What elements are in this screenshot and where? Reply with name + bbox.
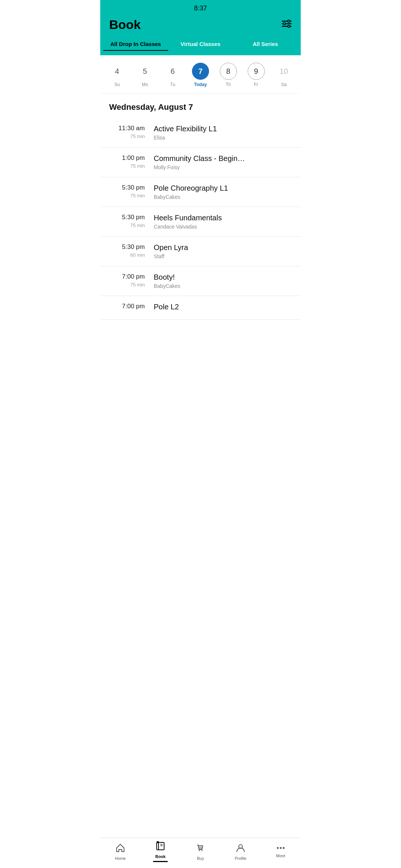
day-item-8[interactable]: 8Th [220,63,237,87]
day-number-5: 5 [136,63,153,80]
class-duration: 75 min [109,163,145,169]
class-time: 5:30 pm [109,214,145,221]
tab-drop-in[interactable]: All Drop In Classes [103,38,168,51]
svg-point-4 [283,23,286,25]
day-item-5[interactable]: 5Mo [136,63,153,87]
class-item[interactable]: 7:00 pmPole L2 [100,296,301,320]
class-time: 5:30 pm [109,184,145,191]
day-number-10: 10 [275,63,292,80]
class-item[interactable]: 7:00 pm75 minBooty!BabyCakes [100,266,301,296]
class-name: Open Lyra [154,243,292,252]
svg-point-3 [288,20,290,22]
class-instructor: BabyCakes [154,283,292,289]
class-time: 5:30 pm [109,243,145,251]
class-instructor: BabyCakes [154,194,292,200]
class-time: 7:00 pm [109,273,145,280]
class-time: 11:30 am [109,125,145,132]
tab-series[interactable]: All Series [233,38,298,51]
day-label-8: Th [226,82,231,87]
day-number-6: 6 [164,63,181,80]
day-label-6: Tu [170,82,175,87]
class-item[interactable]: 11:30 am75 minActive Flexibility L1Elisa [100,118,301,148]
header: Book [100,14,301,38]
day-item-9[interactable]: 9Fr [248,63,265,87]
class-name: Community Class - Begin… [154,154,292,163]
svg-point-5 [288,25,290,27]
class-item[interactable]: 5:30 pm75 minPole Choreography L1BabyCak… [100,177,301,207]
class-duration: 75 min [109,223,145,228]
tab-virtual[interactable]: Virtual Classes [168,38,233,51]
class-name: Pole Choreography L1 [154,184,292,193]
filter-icon[interactable] [281,20,292,30]
class-duration: 75 min [109,193,145,198]
day-label-7: Today [194,82,207,87]
day-number-8: 8 [220,63,237,80]
status-time: 8:37 [194,4,207,12]
class-item[interactable]: 5:30 pm60 minOpen LyraStaff [100,237,301,266]
day-item-10[interactable]: 10Sa [275,63,292,87]
class-list: 11:30 am75 minActive Flexibility L1Elisa… [100,118,301,349]
class-item[interactable]: 5:30 pm75 minHeels FundamentalsCandace V… [100,207,301,237]
day-number-7: 7 [192,63,209,80]
class-name: Active Flexibility L1 [154,125,292,133]
day-number-4: 4 [108,63,125,80]
class-item[interactable]: 1:00 pm75 minCommunity Class - Begin…Mol… [100,148,301,177]
class-duration: 75 min [109,282,145,287]
day-label-9: Fr [254,82,258,87]
calendar-strip: 4Su5Mo6Tu7Today8Th9Fr10Sa [100,55,301,93]
day-item-7[interactable]: 7Today [192,63,209,87]
date-heading: Wednesday, August 7 [100,93,301,118]
class-time: 7:00 pm [109,303,145,310]
class-name: Booty! [154,273,292,282]
day-label-4: Su [114,82,120,87]
class-duration: 60 min [109,252,145,258]
day-item-6[interactable]: 6Tu [164,63,181,87]
day-label-5: Mo [142,82,148,87]
class-instructor: Molly Foisy [154,164,292,170]
class-instructor: Elisa [154,135,292,141]
day-label-10: Sa [281,82,287,87]
class-instructor: Staff [154,253,292,259]
class-time: 1:00 pm [109,154,145,162]
class-name: Heels Fundamentals [154,214,292,222]
page-title: Book [109,17,141,32]
category-tabs: All Drop In Classes Virtual Classes All … [100,38,301,55]
status-bar: 8:37 [100,0,301,14]
day-item-4[interactable]: 4Su [108,63,125,87]
class-name: Pole L2 [154,303,292,311]
class-duration: 75 min [109,134,145,139]
day-number-9: 9 [248,63,265,80]
class-instructor: Candace Vaivadas [154,224,292,230]
